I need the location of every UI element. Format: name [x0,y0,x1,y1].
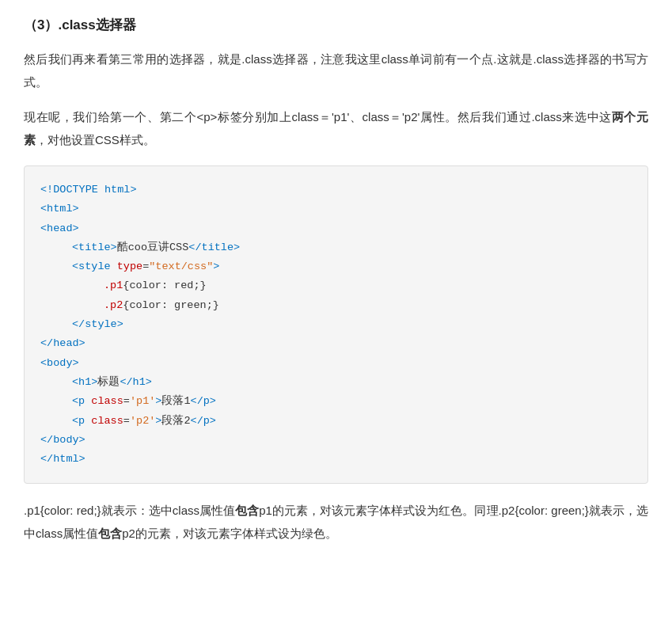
paragraph-2: 现在呢，我们给第一个、第二个<p>标签分别加上class＝'p1'、class＝… [24,106,648,151]
code-line-1: <!DOCTYPE html> [40,181,632,200]
code-line-9: </head> [40,334,632,353]
code-line-14: </body> [40,431,632,450]
paragraph-1: 然后我们再来看第三常用的选择器，就是.class选择器，注意我这里class单词… [24,48,648,93]
footer-paragraph: .p1{color: red;}就表示：选中class属性值包含p1的元素，对该… [24,500,648,545]
footer-bold1: 包含 [235,504,259,517]
section-title: （3）.class选择器 [24,16,648,34]
code-line-4: <title>酷coo豆讲CSS</title> [72,238,632,257]
code-line-13: <p class='p2'>段落2</p> [72,412,632,431]
para2-text2: ，对他设置CSS样式。 [36,133,155,146]
code-line-10: <body> [40,354,632,373]
section-container: （3）.class选择器 然后我们再来看第三常用的选择器，就是.class选择器… [24,16,648,545]
code-line-11: <h1>标题</h1> [72,373,632,392]
code-block: <!DOCTYPE html> <html> <head> <title>酷co… [24,165,648,484]
footer-text1: .p1{color: red;}就表示：选中class属性值 [24,504,235,517]
code-line-6: .p1{color: red;} [104,276,632,295]
footer-bold2: 包含 [98,527,122,540]
code-line-7: .p2{color: green;} [104,296,632,315]
code-line-3: <head> [40,219,632,238]
code-line-8: </style> [72,315,632,334]
code-line-12: <p class='p1'>段落1</p> [72,392,632,411]
footer-text3: p2的元素，对该元素字体样式设为绿色。 [122,527,337,540]
code-line-5: <style type="text/css"> [72,257,632,276]
code-line-15: </html> [40,450,632,469]
code-line-2: <html> [40,200,632,219]
para2-text1: 现在呢，我们给第一个、第二个<p>标签分别加上class＝'p1'、class＝… [24,110,612,124]
